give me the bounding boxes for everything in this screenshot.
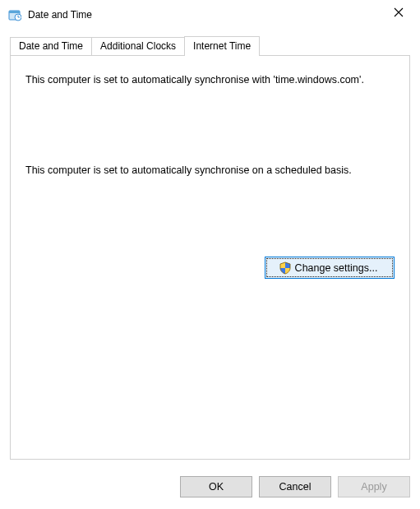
- close-icon: [394, 7, 404, 20]
- tab-panel-internet-time: This computer is set to automatically sy…: [10, 55, 410, 460]
- dialog-button-row: OK Cancel Apply: [0, 468, 420, 509]
- close-button[interactable]: [381, 1, 417, 25]
- change-settings-row: Change settings...: [25, 257, 395, 279]
- apply-button[interactable]: Apply: [338, 476, 410, 497]
- tab-date-and-time[interactable]: Date and Time: [10, 37, 92, 55]
- change-settings-button[interactable]: Change settings...: [265, 257, 395, 279]
- tab-label: Date and Time: [19, 40, 83, 52]
- tab-label: Internet Time: [193, 40, 251, 52]
- tabs-row: Date and Time Additional Clocks Internet…: [10, 36, 410, 55]
- content-area: Date and Time Additional Clocks Internet…: [0, 30, 420, 468]
- svg-rect-1: [9, 11, 20, 13]
- tab-internet-time[interactable]: Internet Time: [184, 36, 260, 56]
- sync-server-text: This computer is set to automatically sy…: [25, 72, 395, 87]
- date-time-icon: [8, 8, 21, 21]
- cancel-button[interactable]: Cancel: [259, 476, 331, 497]
- tab-label: Additional Clocks: [100, 40, 176, 52]
- window-title: Date and Time: [28, 9, 381, 21]
- sync-schedule-text: This computer is set to automatically sy…: [25, 163, 395, 178]
- uac-shield-icon: [279, 261, 292, 275]
- date-time-window: Date and Time Date and Time Additional C…: [0, 0, 420, 509]
- tab-additional-clocks[interactable]: Additional Clocks: [91, 37, 185, 55]
- tabs-container: Date and Time Additional Clocks Internet…: [10, 36, 410, 460]
- change-settings-label: Change settings...: [295, 262, 378, 274]
- titlebar: Date and Time: [0, 0, 420, 30]
- ok-button[interactable]: OK: [180, 476, 252, 497]
